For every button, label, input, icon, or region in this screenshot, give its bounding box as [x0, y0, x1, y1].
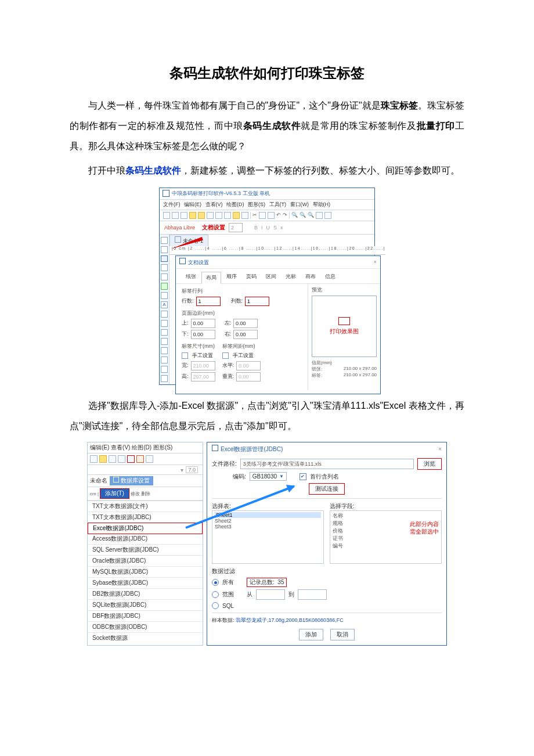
range-to-input[interactable] — [298, 589, 327, 600]
datasource-settings-tab[interactable]: 数据库设置 — [110, 476, 153, 485]
tab-canvas[interactable]: 画布 — [301, 271, 320, 283]
toolbar-button[interactable] — [172, 212, 179, 219]
text-tool-icon[interactable]: A — [161, 301, 168, 308]
menu-window[interactable]: 窗口(W) — [290, 201, 309, 207]
toolbar-button[interactable] — [324, 212, 331, 219]
menu-shape[interactable]: 图形(S) — [248, 201, 265, 207]
line-tool-icon[interactable] — [161, 255, 168, 262]
menu-draw[interactable]: 绘图(D) — [226, 201, 244, 207]
toolbar-button[interactable] — [198, 212, 205, 219]
font-size-input[interactable]: 2 — [229, 223, 243, 232]
datasource-item-excel[interactable]: Excel数据源(JDBC) — [88, 523, 203, 534]
tab-cursor[interactable]: 光标 — [282, 271, 300, 283]
datasource-item[interactable]: ODBC数据源(ODBC) — [88, 622, 203, 633]
font-name[interactable]: Abhaya Libre — [164, 225, 195, 231]
bold-icon[interactable]: B — [254, 225, 258, 231]
toolbar-button[interactable] — [146, 455, 153, 463]
encoding-select[interactable]: GB18030▼ — [250, 472, 287, 481]
edit-tool-icon[interactable] — [161, 347, 168, 354]
datasource-item[interactable]: DBF数据源(JDBC) — [88, 611, 203, 622]
add-datasource-button[interactable]: 添加(T) — [100, 488, 129, 499]
tool-icon[interactable] — [161, 366, 168, 373]
toolbar-button[interactable] — [109, 455, 116, 463]
redo-icon[interactable]: ↷ — [283, 212, 287, 219]
modify-button[interactable]: 修改 — [131, 491, 140, 497]
tool-icon[interactable] — [161, 375, 168, 382]
toolbar-button[interactable] — [189, 212, 196, 219]
menu-help[interactable]: 帮助(H) — [313, 201, 331, 207]
tab-page[interactable]: 页码 — [242, 271, 261, 283]
menu-bar-2[interactable]: 编辑(E) 查看(V) 绘图(D) 图形(S) — [88, 442, 203, 453]
cut-icon[interactable]: ✂ — [252, 212, 257, 219]
toolbar-button[interactable] — [136, 455, 144, 463]
menu-file[interactable]: 文件(F) — [163, 201, 181, 207]
toolbar-button[interactable] — [259, 212, 266, 219]
barcode-tool-icon[interactable] — [161, 311, 168, 318]
add-button[interactable]: 添加 — [299, 629, 323, 640]
margin-right-input[interactable]: 0.00 — [233, 330, 258, 339]
datasource-item[interactable]: DB2数据源(JDBC) — [88, 589, 203, 600]
toolbar-button[interactable] — [181, 212, 187, 219]
datasource-item[interactable]: SQL Server数据源(JDBC) — [88, 545, 203, 556]
cols-input[interactable]: 1 — [245, 297, 269, 306]
close-icon[interactable]: × — [438, 446, 442, 452]
sheet-item[interactable]: Sheet3 — [215, 524, 321, 530]
tab-range[interactable]: 区间 — [262, 271, 280, 283]
margin-top-input[interactable]: 0.00 — [191, 319, 215, 328]
cancel-button[interactable]: 取消 — [330, 629, 355, 640]
radio-sql[interactable] — [212, 602, 219, 609]
image-tool-icon[interactable] — [161, 292, 168, 299]
radio-all[interactable] — [212, 579, 219, 586]
tab-info[interactable]: 信息 — [321, 271, 340, 283]
manual-gap-checkbox[interactable] — [222, 352, 229, 359]
toolbar-button[interactable] — [118, 455, 125, 463]
tool-icon[interactable] — [161, 246, 168, 253]
sheet-listbox[interactable]: Sheet1 Sheet2 Sheet3 — [212, 510, 324, 564]
datasource-item[interactable]: Access数据源(JDBC) — [88, 534, 203, 545]
file-path-input[interactable]: 3类练习参考文件\珠宝清单111.xls — [240, 459, 414, 469]
toolbar-button[interactable] — [215, 212, 222, 219]
field-listbox[interactable]: 名称 规格 价格 证书 编号 此部分内容 需全部选中 — [330, 510, 442, 564]
tab-layout[interactable]: 布局 — [201, 272, 221, 284]
curve-tool-icon[interactable] — [161, 338, 168, 345]
grid-tool-icon[interactable] — [161, 283, 168, 290]
vgap-input[interactable]: 0.00 — [236, 372, 261, 381]
toolbar-button-highlight[interactable] — [127, 455, 135, 463]
toolbar-button[interactable] — [224, 212, 231, 219]
datasource-item[interactable]: TXT文本数据源(文件) — [88, 501, 203, 512]
circle-tool-icon[interactable] — [161, 273, 168, 280]
margin-bottom-input[interactable]: 0.00 — [191, 330, 215, 339]
toolbar-button[interactable] — [163, 212, 170, 219]
undo-icon[interactable]: ↶ — [276, 212, 281, 219]
zoom-icon[interactable]: 🔍 — [300, 212, 306, 219]
sheet-item[interactable]: Sheet2 — [215, 518, 321, 524]
manual-size-checkbox[interactable] — [182, 352, 188, 359]
zoom-icon[interactable]: 🔍 — [308, 212, 314, 219]
qrcode-tool-icon[interactable] — [161, 320, 168, 327]
toolbar-button[interactable] — [241, 212, 248, 219]
browse-button[interactable]: 浏览 — [417, 458, 442, 470]
field-item[interactable]: 编号 — [333, 542, 439, 550]
field-item[interactable]: 名称 — [333, 512, 439, 520]
zoom-icon[interactable]: 🔍 — [291, 212, 298, 219]
italic-icon[interactable]: I — [261, 225, 263, 231]
toolbar-button[interactable] — [90, 455, 98, 463]
datasource-item[interactable]: MySQL数据源(JDBC) — [88, 567, 203, 578]
toolbar-button[interactable] — [99, 455, 107, 463]
rect-tool-icon[interactable] — [161, 264, 168, 271]
tab-paper[interactable]: 纸张 — [182, 271, 200, 283]
datasource-item[interactable]: Sybase数据源(JDBC) — [88, 578, 203, 589]
datasource-item[interactable]: Socket数据源 — [88, 633, 203, 643]
height-input[interactable]: 297.00 — [191, 372, 215, 381]
hgap-input[interactable]: 0.00 — [236, 361, 261, 370]
datasource-item[interactable]: SQLite数据源(JDBC) — [88, 600, 203, 611]
margin-left-input[interactable]: 0.00 — [233, 319, 258, 328]
range-from-input[interactable] — [256, 589, 285, 600]
cursor-tool-icon[interactable] — [161, 237, 168, 244]
tool-icon[interactable] — [161, 329, 168, 336]
width-input[interactable]: 210.00 — [191, 361, 215, 370]
field-item[interactable]: 证书 — [333, 535, 439, 542]
rows-input[interactable]: 1 — [196, 297, 221, 306]
toolbar-button[interactable] — [233, 212, 240, 219]
underline-icon[interactable]: U — [266, 225, 270, 231]
